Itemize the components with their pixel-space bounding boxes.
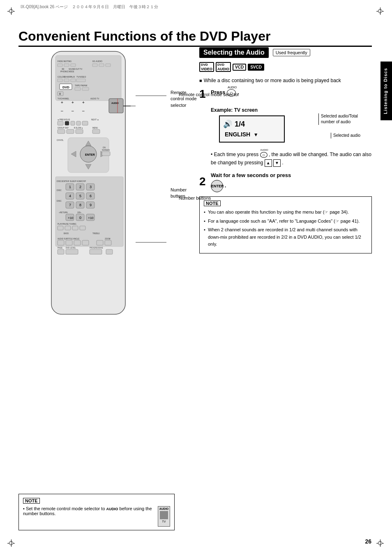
svg-text:9: 9: [90, 203, 92, 207]
svg-rect-119: [106, 249, 113, 254]
switch-indicator: [160, 511, 168, 519]
bottom-note-box: NOTE • Set the remote control mode selec…: [18, 494, 175, 530]
svg-text:ZOOM: ZOOM: [105, 238, 111, 240]
audio-inline: AUDIO: [106, 507, 118, 511]
svg-rect-107: [58, 240, 64, 245]
svg-rect-20: [64, 79, 69, 82]
svg-rect-39: [109, 99, 123, 113]
audio-switch-label: AUDIO: [159, 507, 169, 510]
enter-button[interactable]: ENTER: [211, 180, 223, 192]
svg-rect-19: [58, 79, 62, 82]
svg-text:● PREVIOUS: ● PREVIOUS: [58, 118, 70, 121]
step-1-number: 1: [199, 88, 211, 100]
svg-text:3: 3: [90, 185, 92, 189]
svg-text:8: 8: [79, 203, 81, 207]
svg-rect-5: [64, 64, 69, 67]
svg-rect-118: [90, 249, 102, 254]
svg-rect-6: [71, 64, 76, 67]
svg-text:MENU: MENU: [92, 127, 98, 129]
format-badges: DVD VIDEO DVD AUDIO VCD SVCD: [199, 62, 372, 72]
svg-rect-56: [92, 129, 100, 134]
note-label: NOTE: [204, 200, 221, 206]
dvd-video-badge: DVD VIDEO: [199, 62, 214, 72]
svg-text:PAGE: PAGE: [58, 247, 62, 249]
svg-text:+: +: [71, 100, 74, 105]
svg-text:B.SLOW ●: B.SLOW ●: [74, 127, 83, 129]
svg-text:ON: ON: [103, 147, 106, 149]
enter-button-area: ENTER .: [211, 180, 372, 192]
svg-text:7: 7: [69, 203, 71, 207]
audio-circle-btn[interactable]: ○: [227, 89, 236, 97]
svg-text:DVD LEVEL: DVD LEVEL: [66, 247, 76, 249]
corner-mark-tl: [7, 7, 16, 16]
right-column: Selecting the Audio Used frequently DVD …: [199, 47, 372, 253]
screen-row1: 🔊 1/4: [223, 120, 281, 129]
period: .: [238, 90, 239, 96]
corner-mark-tr: [376, 7, 385, 16]
svg-rect-67: [102, 152, 110, 156]
svg-text:6: 6: [90, 194, 92, 198]
svg-text:+10: +10: [88, 216, 94, 220]
svg-text:–: –: [61, 108, 63, 113]
vcd-badge: VCD: [233, 64, 246, 71]
bottom-note-label: NOTE: [23, 498, 40, 504]
svg-rect-110: [82, 240, 89, 245]
down-indicator: ▼: [254, 132, 258, 138]
tv-screen: 🔊 1/4 ENGLISH ▼: [219, 115, 285, 143]
svg-text:AUDIO TV: AUDIO TV: [90, 98, 99, 100]
svg-rect-99: [58, 226, 63, 230]
remote-svg: FADE MUTING 6/1 AUDIO 3D PHONIC SOUND MO…: [29, 47, 148, 327]
bottom-note-content: • Set the remote control mode selector t…: [23, 506, 170, 527]
svg-text:MODE: MODE: [69, 71, 74, 73]
svg-rect-101: [72, 226, 78, 230]
svg-text:+: +: [82, 100, 85, 105]
page-title: Convenient Functions of the DVD Player: [18, 29, 372, 47]
svg-text:FADE MUTING: FADE MUTING: [58, 60, 71, 62]
svg-text:100+: 100+: [77, 212, 82, 214]
note-box: NOTE You can also operate this function …: [199, 196, 372, 253]
annotation-selected: Selected audio: [331, 133, 372, 138]
remote-image: FADE MUTING 6/1 AUDIO 3D PHONIC SOUND MO…: [29, 47, 177, 328]
corner-mark-bl: [7, 539, 16, 548]
svg-rect-41: [117, 99, 118, 113]
audio-superscript: AUDIO: [228, 86, 237, 89]
step-2-number: 2: [199, 176, 211, 187]
svg-rect-7: [92, 64, 97, 67]
svg-text:PHONIC: PHONIC: [60, 70, 69, 73]
up-button[interactable]: ▲: [265, 159, 272, 167]
bottom-note-text: • Set the remote control mode selector t…: [23, 506, 154, 516]
note-item-1: You can also operate this function by us…: [204, 209, 367, 216]
svg-rect-108: [66, 240, 72, 245]
audio-circle-small[interactable]: ○: [260, 152, 267, 158]
language-display: ENGLISH: [223, 130, 252, 138]
period-2: .: [225, 182, 226, 189]
page-number: 26: [365, 538, 371, 545]
section-header: Selecting the Audio Used frequently: [199, 47, 372, 58]
down-button[interactable]: ▼: [273, 159, 281, 167]
svg-text:BASS: BASS: [64, 233, 69, 235]
example-label: Example: TV screen: [211, 107, 372, 113]
number-buttons-text: Number buttons: [171, 187, 199, 200]
svg-rect-112: [105, 240, 111, 245]
svcd-badge: SVCD: [248, 64, 264, 71]
svg-text:SOUND: SOUND: [69, 68, 76, 70]
tv-screen-area: 🔊 1/4 ENGLISH ▼ Selected audio/Total num…: [211, 115, 372, 143]
each-time-note: • Each time you press AUDIO ○ , the audi…: [211, 151, 372, 167]
svg-text:+RETURN: +RETURN: [59, 212, 67, 214]
screen-lang: ENGLISH ▼: [223, 130, 281, 138]
speaker-icon: 🔊: [223, 120, 232, 129]
svg-text:SCREEN: SCREEN: [102, 149, 110, 151]
step-1-content: Press AUDIO ○ .: [211, 88, 372, 97]
svg-text:TV/CHANNEL: TV/CHANNEL: [58, 98, 69, 100]
audio-btn-small[interactable]: AUDIO ○: [260, 151, 267, 159]
svg-text:TV/VIDEO: TV/VIDEO: [76, 76, 86, 78]
svg-text:TAPE: TAPE: [75, 84, 80, 87]
audio-button[interactable]: AUDIO ○: [227, 89, 236, 97]
svg-text:TREBLE: TREBLE: [92, 233, 100, 235]
audio-super-small: AUDIO: [261, 148, 268, 152]
step-2-label: Wait for a few seconds or press: [211, 172, 291, 178]
svg-text:–: –: [71, 108, 74, 113]
side-tab: Listening to Discs: [380, 62, 392, 120]
svg-text:ENTER: ENTER: [85, 153, 95, 156]
note-item-3: When 2 channel sounds are recorded in 1/…: [204, 226, 367, 248]
